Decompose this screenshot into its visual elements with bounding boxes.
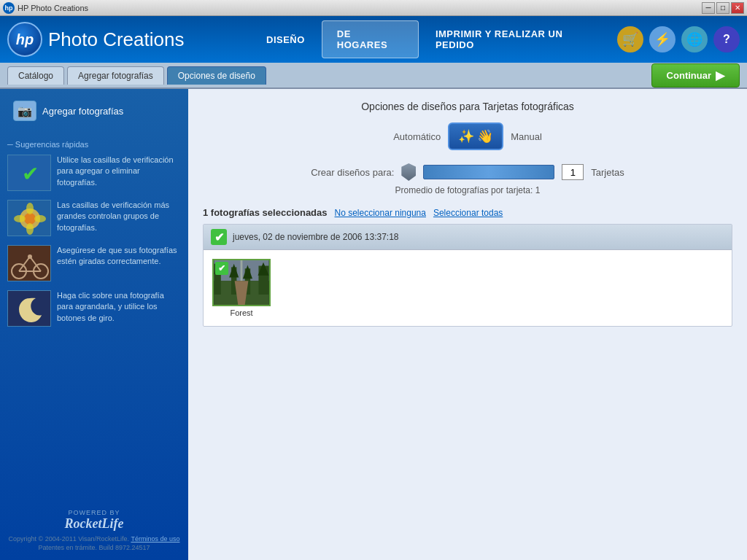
bike-svg (8, 246, 51, 281)
tip-item: Haga clic sobre una fotografía para agra… (7, 290, 181, 327)
app-name: Photo Creations (48, 28, 184, 51)
hand-icon: 👋 (477, 128, 493, 144)
create-label: Crear diseños para: (311, 167, 394, 178)
svg-point-4 (26, 223, 34, 235)
toolbar: Catálogo Agregar fotografías Opciones de… (0, 63, 747, 89)
tab-agregar-fotografias[interactable]: Agregar fotografías (67, 66, 164, 85)
group-date: jueves, 02 de noviembre de 2006 13:37:18 (233, 232, 399, 242)
moon-svg (15, 295, 44, 324)
header: hp Photo Creations DISEÑO DE HOGARES IMP… (0, 16, 747, 63)
quick-tips-section: ─ Sugerencias rápidas ✔ Utilice las casi… (7, 140, 181, 335)
sparkle-icon: ✨ (458, 128, 474, 144)
manual-label: Manual (511, 131, 542, 142)
photo-group: ✔ jueves, 02 de noviembre de 2006 13:37:… (203, 224, 732, 327)
photo-thumbnail[interactable]: ✔ (212, 259, 271, 306)
moon-thumb (8, 291, 51, 327)
hp-letters: hp (16, 31, 34, 48)
tip-text-2: Las casillas de verificación más grandes… (57, 200, 181, 233)
mode-button[interactable]: ✨ 👋 (448, 122, 503, 150)
arrow-icon: ▶ (716, 69, 724, 82)
minimize-button[interactable]: ─ (702, 2, 715, 14)
maximize-button[interactable]: □ (716, 2, 729, 14)
content-title: Opciones de diseños para Tarjetas fotogr… (203, 101, 732, 112)
design-progress-bar (423, 165, 554, 179)
svg-point-5 (14, 215, 26, 222)
tab-dehogares[interactable]: DE HOGARES (322, 20, 419, 58)
main-layout: 📷 Agregar fotografías ─ Sugerencias rápi… (0, 89, 747, 560)
titlebar-text: HP Photo Creations (18, 4, 702, 12)
tab-imprimir[interactable]: IMPRIMIR Y REALIZAR UN PEDIDO (420, 20, 617, 58)
globe-icon[interactable]: 🌐 (681, 26, 708, 52)
avg-photos-text: Promedio de fotografías por tarjeta: 1 (203, 185, 732, 195)
window-controls: ─ □ ✕ (702, 2, 744, 14)
photo-group-header: ✔ jueves, 02 de noviembre de 2006 13:37:… (204, 225, 732, 250)
svg-point-13 (28, 254, 32, 259)
tab-catalogo[interactable]: Catálogo (7, 66, 64, 85)
quick-tips-title: ─ Sugerencias rápidas (7, 140, 181, 149)
titlebar: hp HP Photo Creations ─ □ ✕ (0, 0, 747, 16)
tip-text-1: Utilice las casillas de verificación par… (57, 155, 181, 188)
tip-item: Las casillas de verificación más grandes… (7, 200, 181, 236)
selected-count: 1 fotografías seleccionadas (203, 207, 328, 218)
powered-by-section: POWERED BY RocketLife Copyright © 2004-2… (7, 503, 181, 553)
checkmark-thumb: ✔ (8, 155, 51, 191)
continuar-button[interactable]: Continuar ▶ (651, 63, 740, 88)
lightning-icon[interactable]: ⚡ (649, 26, 676, 52)
add-photos-button[interactable]: 📷 Agregar fotografías (7, 96, 181, 125)
tip-text-4: Haga clic sobre una fotografía para agra… (57, 290, 181, 324)
group-checkbox[interactable]: ✔ (211, 229, 227, 245)
checkmark-icon: ✔ (22, 162, 39, 186)
shield-icon (401, 163, 416, 181)
tip-item: Asegúrese de que sus fotografías estén g… (7, 245, 181, 281)
photo-label: Forest (230, 308, 252, 317)
logo-area: hp Photo Creations (7, 22, 251, 57)
deselect-link[interactable]: No seleccionar ninguna (335, 208, 426, 218)
cart-icon[interactable]: 🛒 (617, 26, 643, 52)
tip-text-3: Asegúrese de que sus fotografías estén g… (57, 245, 181, 268)
tip-thumb-2 (7, 200, 51, 236)
app-icon: hp (3, 2, 15, 14)
select-all-link[interactable]: Seleccionar todas (433, 208, 503, 218)
photo-item[interactable]: ✔ (212, 259, 271, 317)
flower-svg (8, 201, 51, 236)
photo-checkbox[interactable]: ✔ (215, 262, 228, 275)
tarjetas-count[interactable]: 1 (562, 164, 584, 180)
help-icon[interactable]: ? (713, 26, 740, 52)
close-button[interactable]: ✕ (731, 2, 744, 14)
photos-count-row: 1 fotografías seleccionadas No seleccion… (203, 207, 732, 218)
copyright-text: Copyright © 2004-2011 Visan/RocketLife. … (7, 534, 181, 553)
photo-grid: ✔ (204, 250, 732, 326)
tip-thumb-4 (7, 290, 51, 327)
sidebar: 📷 Agregar fotografías ─ Sugerencias rápi… (0, 89, 188, 560)
continuar-label: Continuar (667, 70, 711, 81)
rocketlife-logo: RocketLife (7, 516, 181, 532)
nav-tabs: DISEÑO DE HOGARES IMPRIMIR Y REALIZAR UN… (251, 20, 617, 58)
content-area: Opciones de diseños para Tarjetas fotogr… (188, 89, 747, 560)
mode-toggle: Automático ✨ 👋 Manual (203, 122, 732, 150)
add-photos-label: Agregar fotografías (42, 106, 123, 117)
svg-point-3 (26, 203, 34, 214)
tip-item: ✔ Utilice las casillas de verificación p… (7, 155, 181, 191)
tab-opciones-diseno[interactable]: Opciones de diseño (167, 66, 266, 85)
tip-thumb-1: ✔ (7, 155, 51, 191)
terms-link[interactable]: Términos de uso (131, 535, 179, 542)
tip-thumb-3 (7, 245, 51, 281)
svg-point-2 (24, 213, 36, 225)
tab-diseno[interactable]: DISEÑO (251, 26, 320, 53)
tarjetas-label: Tarjetas (591, 167, 624, 178)
auto-label: Automático (393, 131, 441, 142)
camera-icon: 📷 (13, 101, 36, 121)
hp-logo: hp (7, 22, 42, 57)
create-designs-row: Crear diseños para: 1 Tarjetas (203, 163, 732, 181)
header-icons: 🛒 ⚡ 🌐 ? (617, 26, 740, 52)
powered-by-label: POWERED BY (7, 509, 181, 516)
svg-point-6 (34, 215, 46, 222)
